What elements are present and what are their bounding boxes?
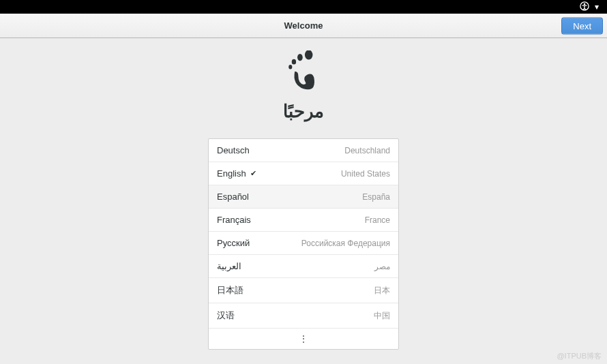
more-languages-button[interactable]: ⋮ [209,329,398,349]
top-panel: ▾ [0,0,607,14]
language-row-russian[interactable]: Русский Российская Федерация [209,232,398,255]
language-name: Español [217,192,249,202]
gnome-logo-icon [282,50,325,94]
language-list: Deutsch Deutschland English ✔ United Sta… [208,138,399,350]
language-name: 日本語 [217,284,243,297]
checkmark-icon: ✔ [250,169,256,178]
svg-point-2 [305,50,313,59]
language-row-espanol[interactable]: Español España [209,185,398,209]
accessibility-icon[interactable] [580,1,589,13]
svg-point-3 [297,54,303,61]
language-country: 中国 [374,310,390,322]
svg-point-4 [292,59,296,65]
language-name: Deutsch [217,145,250,155]
language-country: مصر [374,262,390,271]
language-row-english[interactable]: English ✔ United States [209,162,398,185]
language-country: United States [341,169,390,179]
dropdown-icon[interactable]: ▾ [595,2,599,12]
language-row-japanese[interactable]: 日本語 日本 [209,278,398,303]
language-name: Français [217,215,251,225]
language-country: 日本 [374,285,390,297]
svg-point-5 [288,65,292,69]
language-row-deutsch[interactable]: Deutsch Deutschland [209,139,398,162]
more-icon: ⋮ [299,334,308,344]
language-name: English ✔ [217,168,256,179]
language-country: France [365,215,390,225]
language-name: العربية [217,261,241,271]
page-title: Welcome [284,20,323,31]
language-country: Российская Федерация [301,239,390,248]
language-row-arabic[interactable]: العربية مصر [209,255,398,278]
main-content: مرحبًا Deutsch Deutschland English ✔ Uni… [0,38,607,350]
language-name: Русский [217,238,250,248]
language-name: 汉语 [217,309,235,322]
next-button[interactable]: Next [561,17,603,34]
language-country: Deutschland [344,146,390,155]
header-bar: Welcome Next [0,14,607,38]
svg-point-1 [584,3,586,5]
language-row-chinese[interactable]: 汉语 中国 [209,303,398,329]
language-country: España [362,192,390,202]
language-row-francais[interactable]: Français France [209,209,398,232]
watermark: @ITPUB博客 [557,351,602,361]
greeting-text: مرحبًا [283,101,324,122]
